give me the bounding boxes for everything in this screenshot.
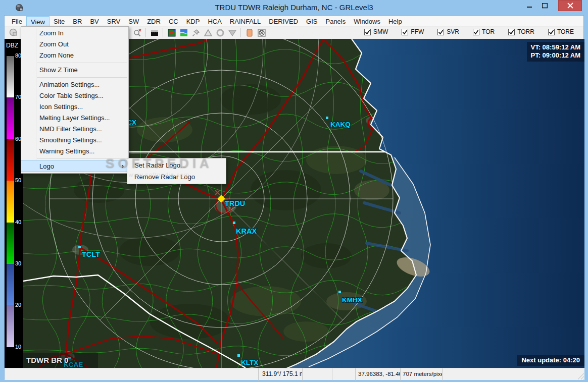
menu-help[interactable]: Help [384,16,406,26]
menu-windows[interactable]: Windows [350,16,384,26]
tor-checkbox[interactable] [473,29,479,35]
station-label: TRDU [225,199,245,207]
menu-separator [37,158,127,159]
menu-sw[interactable]: SW [124,16,143,26]
close-icon [567,3,573,9]
color-table-button[interactable] [166,28,177,38]
colorbar-tick: 30 [15,260,23,266]
status-panel-empty [302,368,332,380]
zoom-none-button[interactable] [132,28,142,38]
toggle-tor[interactable]: TOR [473,28,495,35]
warning-polygon-button[interactable] [244,28,255,38]
menu-item-show-z-time[interactable]: Show Z Time [21,65,128,76]
menu-zdr[interactable]: ZDR [143,16,165,26]
triangle-down-button[interactable] [227,28,237,38]
toggle-svr[interactable]: SVR [437,28,459,35]
colorbar-segment [7,139,14,181]
toggle-tore[interactable]: TORE [548,28,574,35]
colorbar-title: DBZ [6,42,18,49]
minimize-icon [527,3,532,8]
ring-button[interactable] [215,28,225,38]
nav-disabled-button[interactable] [9,28,20,38]
minimize-button[interactable] [522,0,537,11]
menu-site[interactable]: Site [50,16,69,26]
menu-item-zoom-none[interactable]: Zoom None [21,50,128,61]
menu-panels[interactable]: Panels [321,16,350,26]
menu-item-zoom-in[interactable]: Zoom In [21,28,128,39]
menu-item-logo[interactable]: Logo [21,160,128,172]
menu-item-icon-settings[interactable]: Icon Settings... [21,101,128,113]
melting-layer-icon [150,28,159,37]
menu-hca[interactable]: HCA [204,16,225,26]
menu-item-label: Remove Radar Logo [134,173,195,181]
menu-item-label: Smoothing Settings... [39,136,102,144]
logo-submenu: Set Radar Logo... Remove Radar Logo [127,158,226,184]
menu-rainfall[interactable]: RAINFALL [226,16,265,26]
colorbar-tick: 50 [15,177,23,183]
status-panel-main [5,368,258,380]
pushpin-icon [191,28,201,37]
menu-item-label: Logo [39,162,54,170]
colorbar-segment [7,223,14,264]
melting-layer-button[interactable] [149,28,160,38]
status-resolution: 707 meters/pixel [400,368,442,380]
gis-background-button[interactable] [178,28,189,38]
status-azimuth-range: 311.9°/ 175.1 nm [258,368,302,380]
next-update: Next update: 04:20 [517,355,584,366]
maximize-button[interactable] [537,0,552,11]
menu-separator [37,77,127,78]
menu-separator [37,63,127,63]
status-coordinates: 37.96383, -81.46970 [355,368,400,380]
warning-polygon-icon [245,28,254,37]
smw-checkbox[interactable] [364,29,371,35]
station-label: KAKQ [330,121,351,128]
toggle-label: TORE [557,28,574,35]
toggle-label: SMW [373,28,388,35]
menu-item-label: Zoom None [39,51,74,59]
maximize-icon [542,3,548,9]
menu-derived[interactable]: DERIVED [265,16,302,26]
menu-file[interactable]: File [8,16,26,26]
menu-item-color-table-settings[interactable]: Color Table Settings... [21,90,128,101]
menu-item-animation-settings[interactable]: Animation Settings... [21,79,128,90]
menu-item-smoothing-settings[interactable]: Smoothing Settings... [21,135,128,146]
menu-item-label: Icon Settings... [39,103,83,111]
check-icon [549,29,554,35]
menu-srv[interactable]: SRV [103,16,125,26]
view-dropdown-menu: Zoom In Zoom Out Zoom None Show Z Time A… [21,26,129,174]
menu-item-remove-radar-logo[interactable]: Remove Radar Logo [127,171,226,183]
menu-view[interactable]: View [26,16,50,26]
menu-item-warning-settings[interactable]: Warning Settings... [21,146,128,157]
menu-item-label: Zoom Out [39,40,69,48]
close-button[interactable] [558,0,582,11]
triangle-up-button[interactable] [203,28,213,38]
ffw-checkbox[interactable] [402,29,408,35]
menu-bv[interactable]: BV [86,16,103,26]
menu-item-set-radar-logo[interactable]: Set Radar Logo... [127,159,226,171]
torr-checkbox[interactable] [508,29,515,35]
placefile-marker-button[interactable] [190,28,201,38]
menu-br[interactable]: BR [69,16,86,26]
check-icon [509,29,514,35]
product-time: PT: 09:00:12 AM [531,51,581,60]
toggle-ffw[interactable]: FFW [402,28,424,35]
menu-kdp[interactable]: KDP [182,16,204,26]
titlebar[interactable]: TRDU TDWR Raleigh Durham, NC - GRLevel3 [0,0,588,15]
menu-item-zoom-out[interactable]: Zoom Out [21,39,128,50]
radar-site-icon [257,28,266,37]
toggle-torr[interactable]: TORR [508,28,534,35]
colorbar-segment [7,305,14,347]
radar-site-button[interactable] [256,28,267,38]
menu-item-nmd-filter-settings[interactable]: NMD Filter Settings... [21,124,128,135]
colorbar-tick: 20 [15,302,23,308]
menu-item-label: Show Z Time [39,66,78,74]
menu-gis[interactable]: GIS [302,16,321,26]
menu-cc[interactable]: CC [165,16,182,26]
menu-item-melting-layer-settings[interactable]: Melting Layer Settings... [21,113,128,124]
svr-checkbox[interactable] [437,29,444,35]
status-panel-empty [332,368,355,380]
toggle-smw[interactable]: SMW [364,28,388,35]
window-title: TRDU TDWR Raleigh Durham, NC - GRLevel3 [0,3,588,12]
check-icon [365,29,370,35]
tore-checkbox[interactable] [548,29,555,35]
